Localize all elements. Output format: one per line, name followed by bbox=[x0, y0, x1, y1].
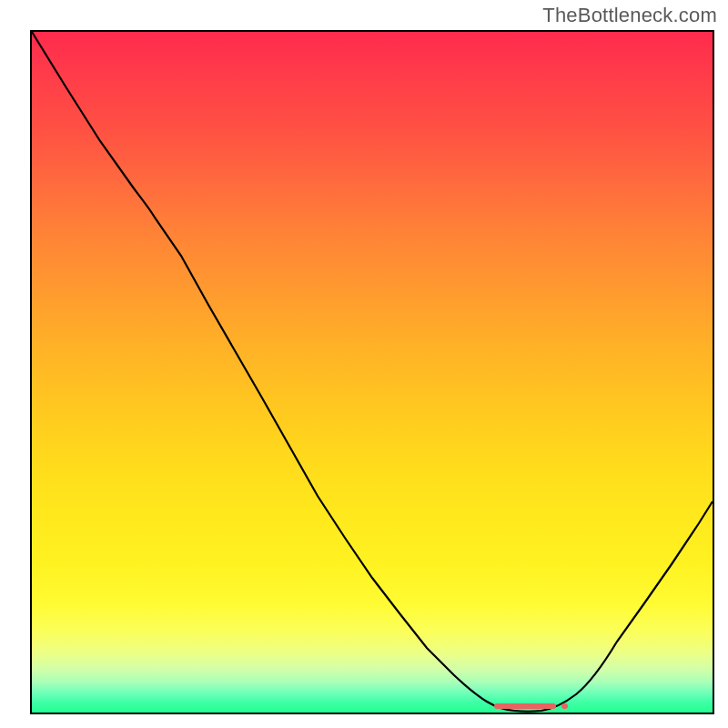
chart-line-path bbox=[32, 32, 713, 712]
watermark-text: TheBottleneck.com bbox=[542, 4, 717, 27]
chart-plot-area bbox=[30, 30, 714, 714]
chart-optimal-marker-dot bbox=[561, 703, 568, 709]
chart-optimal-marker bbox=[494, 703, 556, 709]
chart-curve-svg bbox=[32, 32, 713, 713]
